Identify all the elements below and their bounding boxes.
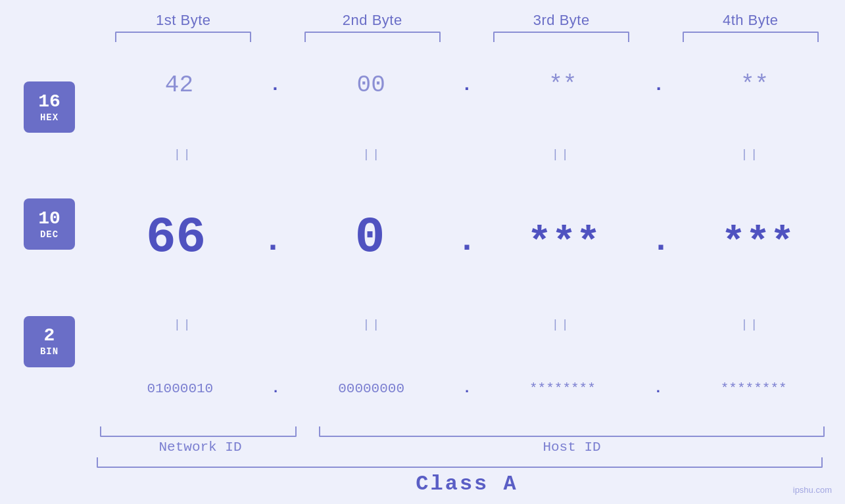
dec-row: 66 . 0 . *** . *** — [89, 210, 845, 269]
bin-cell-3: ******** — [471, 381, 654, 396]
base-badge-dec: 10 DEC — [24, 198, 75, 250]
hex-dot-1: . — [270, 75, 281, 95]
dec-cell-4: *** — [671, 219, 845, 266]
class-label: Class A — [416, 472, 518, 496]
hex-cell-2: 00 — [281, 72, 462, 99]
dec-dot-3: . — [651, 222, 671, 266]
bin-cell-2: 00000000 — [280, 381, 463, 396]
eq-1-4: || — [656, 148, 846, 161]
dec-value-3: *** — [527, 219, 601, 266]
eq-2-2: || — [278, 318, 468, 331]
network-id-label: Network ID — [89, 440, 312, 455]
dec-cell-1: 66 — [89, 210, 263, 266]
bin-value-3: ******** — [529, 381, 596, 396]
hex-value-1: 42 — [165, 72, 193, 99]
byte-header-4: 4th Byte — [656, 12, 846, 29]
eq-2-1: || — [89, 318, 278, 331]
watermark: ipshu.com — [793, 485, 832, 495]
bracket-top-2 — [278, 32, 468, 42]
bin-value-4: ******** — [721, 381, 787, 396]
bin-value-1: 01000010 — [147, 381, 213, 396]
base-number-bin: 2 — [44, 326, 55, 346]
bin-value-2: 00000000 — [338, 381, 404, 396]
bracket-top-4 — [656, 32, 846, 42]
hex-row: 42 . 00 . ** . ** — [89, 72, 845, 99]
byte-header-1: 1st Byte — [89, 12, 278, 29]
base-badge-bin: 2 BIN — [24, 316, 75, 367]
hex-value-2: 00 — [357, 72, 385, 99]
bracket-bottom-network — [100, 426, 297, 437]
bracket-full — [97, 457, 823, 468]
eq-1-1: || — [89, 148, 278, 161]
main-layout: 1st Byte 2nd Byte 3rd Byte 4th Byte — [0, 0, 845, 504]
base-badge-hex: 16 HEX — [24, 81, 75, 133]
equals-row-1: || || || || — [89, 148, 845, 161]
eq-2-4: || — [656, 318, 846, 331]
bin-row: 01000010 . 00000000 . ******** . *******… — [89, 380, 845, 397]
bracket-top-3 — [467, 32, 656, 42]
dec-dot-1: . — [263, 222, 283, 266]
byte-header-2: 2nd Byte — [278, 12, 468, 29]
hex-value-3: ** — [548, 72, 577, 99]
dec-cell-2: 0 — [283, 210, 457, 266]
base-number-dec: 10 — [38, 209, 60, 229]
dec-value-2: 0 — [355, 210, 385, 266]
bin-cell-1: 01000010 — [89, 381, 272, 396]
hex-cell-1: 42 — [89, 72, 270, 99]
dec-value-4: *** — [721, 219, 795, 266]
bin-dot-3: . — [654, 380, 662, 397]
base-label-hex: HEX — [40, 112, 59, 123]
class-label-container: Class A — [89, 472, 845, 504]
hex-cell-4: ** — [664, 72, 845, 99]
base-label-bin: BIN — [40, 346, 59, 357]
eq-1-2: || — [278, 148, 468, 161]
bin-cell-4: ******** — [662, 381, 845, 396]
dec-dot-2: . — [457, 222, 477, 266]
dec-value-1: 66 — [146, 210, 206, 266]
host-id-label: Host ID — [312, 440, 832, 455]
base-label-dec: DEC — [40, 229, 59, 240]
byte-header-3: 3rd Byte — [467, 12, 656, 29]
hex-dot-3: . — [653, 75, 664, 95]
base-number-hex: 16 — [38, 92, 60, 112]
equals-row-2: || || || || — [89, 318, 845, 331]
bin-dot-1: . — [272, 380, 280, 397]
dec-cell-3: *** — [477, 219, 651, 266]
eq-2-3: || — [467, 318, 656, 331]
hex-value-4: ** — [740, 72, 769, 99]
bracket-top-1 — [89, 32, 278, 42]
bin-dot-2: . — [462, 380, 471, 397]
hex-dot-2: . — [462, 75, 473, 95]
eq-1-3: || — [467, 148, 656, 161]
hex-cell-3: ** — [472, 72, 653, 99]
bracket-bottom-host — [319, 426, 824, 437]
